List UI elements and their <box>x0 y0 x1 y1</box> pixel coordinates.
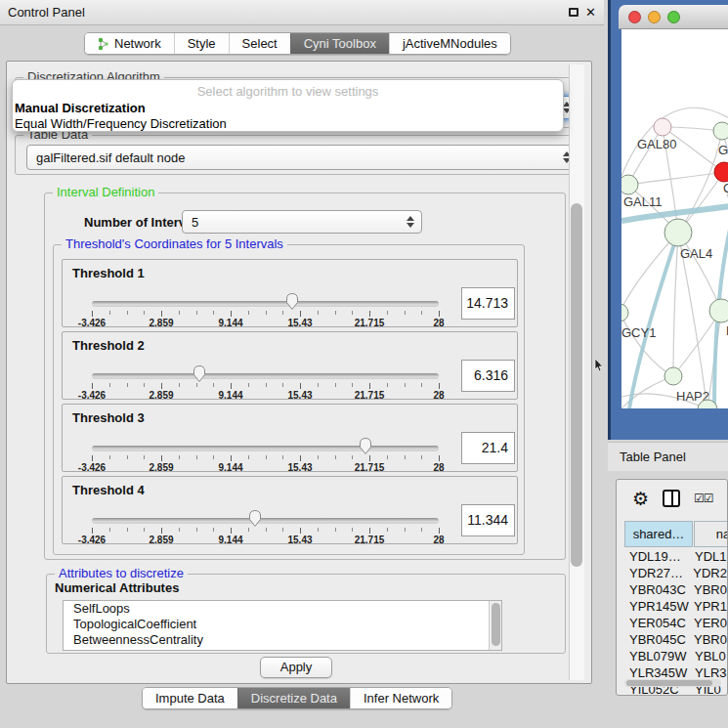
threshold-slider-thumb[interactable] <box>358 437 373 455</box>
tab-style[interactable]: Style <box>174 33 229 54</box>
network-node-label: GAL4 <box>680 246 712 261</box>
num-intervals-combobox[interactable]: 5 <box>182 210 422 234</box>
threshold-slider-thumb[interactable] <box>284 292 300 311</box>
close-traffic-light-icon[interactable] <box>628 11 641 23</box>
tab-cyni-toolbox[interactable]: Cyni Toolbox <box>290 33 389 54</box>
threshold-slider-track[interactable] <box>92 446 439 451</box>
table-row[interactable]: YPR145WYPR1 <box>624 598 727 615</box>
table-row[interactable]: YER054CYER0 <box>624 615 727 631</box>
attributes-list-scrollbar[interactable] <box>489 601 501 650</box>
threshold-value-field[interactable]: 6.316 <box>461 360 515 392</box>
tab-infer-network[interactable]: Infer Network <box>350 688 451 708</box>
algorithm-option-equal-width[interactable]: Equal Width/Frequency Discretization <box>13 116 563 132</box>
slider-tick-label: 21.715 <box>355 462 385 473</box>
algorithm-option-manual[interactable]: Manual Discretization <box>13 101 563 116</box>
slider-tick <box>248 383 249 387</box>
threshold-slider-track[interactable] <box>92 373 439 379</box>
attribute-list-item[interactable]: SelfLoops <box>64 601 501 617</box>
threshold-slider-thumb[interactable] <box>247 509 263 528</box>
checkbox-icons[interactable]: ☑☑ <box>694 492 713 505</box>
tab-select[interactable]: Select <box>229 33 290 54</box>
network-edge[interactable] <box>621 313 673 376</box>
slider-tick <box>282 383 283 387</box>
table-column-header-1[interactable]: shared… <box>624 521 693 547</box>
table-column-header-2[interactable]: na <box>694 521 728 547</box>
network-node-gal80[interactable] <box>654 118 671 136</box>
network-view[interactable]: GAL80GCGAL11GAL4GCY1HHAP2 <box>621 29 728 408</box>
network-node-g[interactable] <box>713 122 728 140</box>
tab-impute-data[interactable]: Impute Data <box>143 688 237 708</box>
tab-discretize-data[interactable]: Discretize Data <box>237 688 350 708</box>
network-edge[interactable] <box>678 131 722 233</box>
float-icon[interactable] <box>569 8 578 17</box>
slider-tick <box>109 383 110 387</box>
network-node-hap2[interactable] <box>664 367 682 385</box>
zoom-traffic-light-icon[interactable] <box>667 11 680 23</box>
algorithm-hint-item[interactable]: Select algorithm to view settings <box>13 80 563 101</box>
table-cell: YPR1 <box>694 598 727 615</box>
tab-label: Cyni Toolbox <box>304 33 376 55</box>
slider-tick <box>318 311 319 315</box>
slider-tick <box>300 528 301 534</box>
network-node-gal4[interactable] <box>664 219 692 246</box>
network-edge[interactable] <box>621 233 678 313</box>
minimize-traffic-light-icon[interactable] <box>648 11 661 23</box>
slider-tick-label: 28 <box>433 462 444 473</box>
close-icon[interactable]: ✕ <box>585 6 596 19</box>
network-node-c[interactable] <box>714 162 728 182</box>
slider-tick <box>439 528 440 534</box>
slider-tick <box>92 528 93 534</box>
slider-tick <box>266 383 267 387</box>
table-rows: YDL19…YDL1YDR27…YDR2YBR043CYBR0YPR145WYP… <box>624 548 727 696</box>
table-row[interactable]: YDR27…YDR2 <box>624 565 727 581</box>
control-panel-titlebar: Control Panel ✕ <box>0 0 604 25</box>
table-cell: YBR0 <box>694 581 727 598</box>
apply-button[interactable]: Apply <box>260 657 332 678</box>
slider-tick <box>439 383 440 389</box>
slider-tick <box>405 311 406 315</box>
attribute-list-item[interactable]: TopologicalCoefficient <box>64 617 501 632</box>
gear-icon[interactable]: ⚙ <box>632 490 649 508</box>
slider-tick <box>439 455 440 461</box>
network-edge[interactable] <box>673 233 678 376</box>
slider-tick-label: 21.715 <box>355 318 385 328</box>
network-node-label: C <box>723 181 728 195</box>
slider-tick <box>282 455 283 459</box>
network-window-titlebar[interactable] <box>619 5 728 29</box>
table-row[interactable]: YDL19…YDL1 <box>624 548 727 565</box>
slider-tick-label: 2.859 <box>149 462 173 473</box>
threshold-label: Threshold 3 <box>72 410 145 425</box>
slider-tick <box>387 455 388 459</box>
tab-jactivemnodules[interactable]: jActiveMNodules <box>389 33 510 54</box>
network-node-gcy1[interactable] <box>621 304 628 321</box>
network-graph[interactable]: GAL80GCGAL11GAL4GCY1HHAP2 <box>621 29 728 408</box>
network-window: GAL80GCGAL11GAL4GCY1HHAP2 <box>608 0 728 440</box>
table-row[interactable]: YBR043CYBR0 <box>624 581 727 598</box>
slider-tick-label: 9.144 <box>218 535 242 545</box>
table-cell: YBL079W <box>624 648 695 664</box>
panel-scrollbar-thumb[interactable] <box>571 203 582 567</box>
slider-tick <box>231 383 232 389</box>
threshold-value-field[interactable]: 21.4 <box>461 432 515 464</box>
slider-tick <box>161 455 162 461</box>
tab-network[interactable]: Network <box>85 33 174 54</box>
table-row[interactable]: YBL079WYBL0 <box>624 648 727 664</box>
table-cell: YPR145W <box>624 598 694 615</box>
numerical-attributes-list[interactable]: SelfLoopsTopologicalCoefficientBetweenne… <box>63 600 502 651</box>
table-row[interactable]: YBR045CYBR0 <box>624 631 727 648</box>
attribute-list-item[interactable]: BetweennessCentrality <box>64 632 501 648</box>
threshold-value-field[interactable]: 14.713 <box>461 287 515 320</box>
threshold-slider-thumb[interactable] <box>192 364 207 383</box>
slider-tick <box>248 311 249 315</box>
threshold-slider-track[interactable] <box>92 301 439 307</box>
threshold-value-field[interactable]: 11.344 <box>461 504 515 536</box>
network-node-h[interactable] <box>709 299 728 322</box>
network-node-gal11[interactable] <box>621 175 638 194</box>
table-data-combobox[interactable]: galFiltered.sif default node <box>26 145 578 170</box>
threshold-slider-track[interactable] <box>92 518 439 524</box>
split-column-icon[interactable] <box>663 490 680 507</box>
slider-tick-label: 2.859 <box>149 318 173 328</box>
slider-tick <box>369 528 370 534</box>
table-hscrollbar[interactable] <box>624 679 721 687</box>
slider-tick-label: 28 <box>433 390 444 401</box>
